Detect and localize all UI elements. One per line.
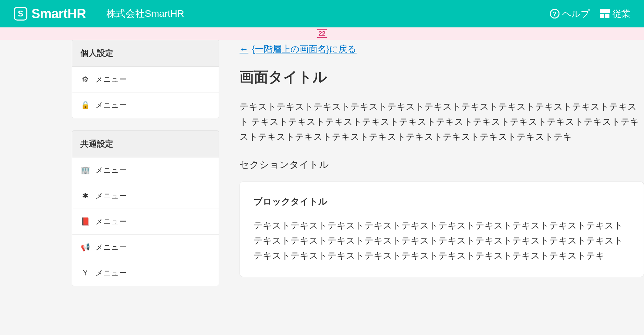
sidebar-item-label: メニュー bbox=[95, 74, 127, 85]
page-title: 画面タイトル bbox=[240, 67, 644, 87]
asterisk-icon: ✱ bbox=[80, 191, 90, 200]
main-content: ← {一階層上の画面名}に戻る 画面タイトル テキストテキストテキストテキストテ… bbox=[219, 40, 644, 286]
spacing-annotation: 22 bbox=[0, 27, 644, 40]
page-description: テキストテキストテキストテキストテキストテキストテキストテキストテキストテキスト… bbox=[240, 99, 644, 145]
settings-sidebar: 個人設定 ⚙ メニュー 🔒 メニュー 共通設定 🏢 メニュー ✱ bbox=[0, 40, 219, 286]
sidebar-group-title: 個人設定 bbox=[72, 40, 219, 66]
section-title: セクションタイトル bbox=[240, 158, 644, 171]
svg-text:?: ? bbox=[553, 10, 556, 17]
help-link[interactable]: ? ヘルプ bbox=[550, 8, 590, 20]
back-link-label: {一階層上の画面名}に戻る bbox=[252, 43, 357, 55]
content-block: ブロックタイトル テキストテキストテキストテキストテキストテキストテキストテキス… bbox=[240, 182, 644, 277]
product-name: SmartHR bbox=[31, 7, 86, 21]
sidebar-item-security[interactable]: 🔒 メニュー bbox=[72, 92, 219, 118]
sidebar-item-label: メニュー bbox=[95, 216, 127, 227]
sidebar-item-book[interactable]: 📕 メニュー bbox=[72, 209, 219, 234]
back-link[interactable]: ← {一階層上の画面名}に戻る bbox=[240, 43, 357, 55]
sidebar-item-asterisk[interactable]: ✱ メニュー bbox=[72, 183, 219, 209]
sidebar-group-title: 共通設定 bbox=[72, 131, 219, 157]
sidebar-item-label: メニュー bbox=[95, 268, 127, 278]
yen-icon: ¥ bbox=[80, 269, 90, 277]
sidebar-item-megaphone[interactable]: 📢 メニュー bbox=[72, 234, 219, 260]
book-icon: 📕 bbox=[80, 217, 90, 226]
global-header: S SmartHR 株式会社SmartHR ? ヘルプ 従業 bbox=[0, 0, 644, 27]
sidebar-item-label: メニュー bbox=[95, 242, 127, 252]
sidebar-item-settings[interactable]: ⚙ メニュー bbox=[72, 66, 219, 92]
sidebar-item-label: メニュー bbox=[95, 191, 127, 201]
sidebar-item-yen[interactable]: ¥ メニュー bbox=[72, 260, 219, 286]
tenant-name: 株式会社SmartHR bbox=[106, 7, 184, 20]
sidebar-item-building[interactable]: 🏢 メニュー bbox=[72, 157, 219, 183]
spacing-badge: 22 bbox=[317, 29, 327, 38]
lock-icon: 🔒 bbox=[80, 101, 90, 110]
sidebar-group-personal: 個人設定 ⚙ メニュー 🔒 メニュー bbox=[72, 40, 219, 118]
spacing-value: 22 bbox=[319, 30, 325, 37]
help-icon: ? bbox=[550, 9, 559, 18]
sidebar-item-label: メニュー bbox=[95, 100, 127, 110]
arrow-left-icon: ← bbox=[240, 44, 248, 54]
block-description: テキストテキストテキストテキストテキストテキストテキストテキストテキストテキスト… bbox=[254, 218, 630, 263]
building-icon: 🏢 bbox=[80, 166, 90, 175]
gear-icon: ⚙ bbox=[80, 75, 90, 84]
megaphone-icon: 📢 bbox=[80, 243, 90, 252]
sidebar-item-label: メニュー bbox=[95, 165, 127, 175]
sidebar-group-common: 共通設定 🏢 メニュー ✱ メニュー 📕 メニュー 📢 メニュー bbox=[72, 131, 219, 286]
logo-mark-icon: S bbox=[14, 7, 27, 21]
product-logo[interactable]: S SmartHR bbox=[14, 7, 86, 21]
employees-label: 従業 bbox=[613, 8, 630, 20]
grid-icon bbox=[600, 9, 610, 18]
block-title: ブロックタイトル bbox=[254, 196, 630, 208]
employees-link[interactable]: 従業 bbox=[600, 8, 630, 20]
help-label: ヘルプ bbox=[562, 8, 590, 20]
